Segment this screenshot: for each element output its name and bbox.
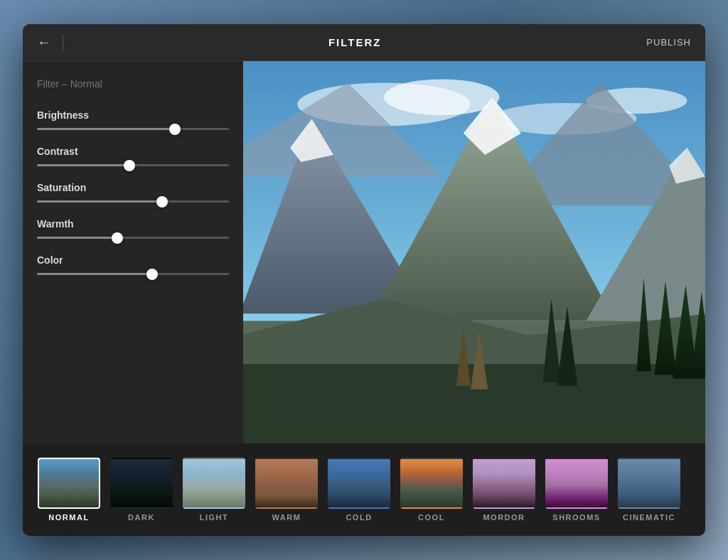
slider-label-contrast: Contrast (37, 146, 229, 157)
back-button[interactable]: ← (37, 34, 63, 51)
slider-thumb-warmth[interactable] (112, 232, 123, 244)
slider-group-contrast: Contrast (37, 146, 229, 166)
filter-thumb-cinematic (618, 458, 680, 509)
filter-item-light[interactable]: LIGHT (182, 458, 246, 522)
filter-item-normal[interactable]: NORMAL (37, 458, 101, 522)
slider-group-saturation: Saturation (37, 182, 229, 203)
slider-fill-color (37, 273, 152, 275)
slider-track-warmth[interactable] (37, 237, 229, 239)
back-icon: ← (37, 34, 51, 50)
filter-name-mordor: MORDOR (483, 513, 525, 522)
sliders-container: BrightnessContrastSaturationWarmthColor (37, 109, 229, 291)
slider-label-warmth: Warmth (37, 218, 229, 230)
app-window: ← FILTERZ PUBLISH Filter – Normal Bright… (23, 24, 705, 536)
slider-track-contrast[interactable] (37, 164, 229, 166)
slider-thumb-color[interactable] (146, 269, 158, 280)
slider-thumb-brightness[interactable] (169, 124, 181, 135)
filter-name-cool: COOL (418, 513, 445, 522)
slider-thumb-contrast[interactable] (124, 160, 135, 171)
slider-label-color: Color (37, 254, 229, 266)
filter-thumb-light (183, 458, 245, 509)
filter-thumb-cool (400, 458, 463, 509)
filter-name-cinematic: CINEMATIC (623, 513, 675, 522)
filter-name-light: LIGHT (200, 513, 229, 522)
filter-thumb-shrooms (545, 458, 608, 509)
filter-strip: NORMALDARKLIGHTWARMCOLDCOOLMORDORSHROOMS… (23, 443, 705, 536)
filter-item-cinematic[interactable]: CINEMATIC (617, 458, 681, 522)
slider-fill-saturation (37, 200, 162, 203)
publish-button[interactable]: PUBLISH (646, 37, 691, 48)
slider-group-warmth: Warmth (37, 218, 229, 239)
mountain-scene (243, 61, 705, 443)
slider-fill-warmth (37, 237, 117, 239)
filter-item-dark[interactable]: DARK (109, 458, 173, 522)
slider-fill-brightness (37, 128, 175, 130)
slider-label-brightness: Brightness (37, 109, 229, 121)
filter-thumb-mordor (473, 458, 535, 509)
slider-track-color[interactable] (37, 273, 229, 275)
filter-thumb-warm (255, 458, 318, 509)
header: ← FILTERZ PUBLISH (23, 24, 705, 61)
filter-item-mordor[interactable]: MORDOR (472, 458, 536, 522)
slider-track-brightness[interactable] (37, 128, 229, 130)
slider-track-saturation[interactable] (37, 200, 229, 203)
filter-mode-label: Filter – Normal (37, 78, 229, 90)
app-title: FILTERZ (328, 36, 382, 48)
slider-group-brightness: Brightness (37, 109, 229, 130)
filter-thumb-dark (110, 458, 173, 509)
filter-name-shrooms: SHROOMS (552, 513, 600, 522)
filter-name-cold: COLD (346, 513, 372, 522)
slider-group-color: Color (37, 254, 229, 275)
filter-name-dark: DARK (128, 513, 155, 522)
filter-thumb-cold (328, 458, 390, 509)
filter-name-warm: WARM (272, 513, 301, 522)
image-area (243, 61, 705, 443)
slider-fill-contrast (37, 164, 129, 166)
filter-item-cold[interactable]: COLD (327, 458, 391, 522)
left-panel: Filter – Normal BrightnessContrastSatura… (23, 61, 243, 443)
filter-item-shrooms[interactable]: SHROOMS (545, 458, 609, 522)
filter-name-normal: NORMAL (48, 513, 89, 522)
filter-thumb-normal (38, 458, 100, 509)
filter-item-cool[interactable]: COOL (400, 458, 464, 522)
slider-thumb-saturation[interactable] (156, 196, 168, 208)
filter-item-warm[interactable]: WARM (255, 458, 318, 522)
main-content: Filter – Normal BrightnessContrastSatura… (23, 61, 705, 443)
slider-label-saturation: Saturation (37, 182, 229, 193)
